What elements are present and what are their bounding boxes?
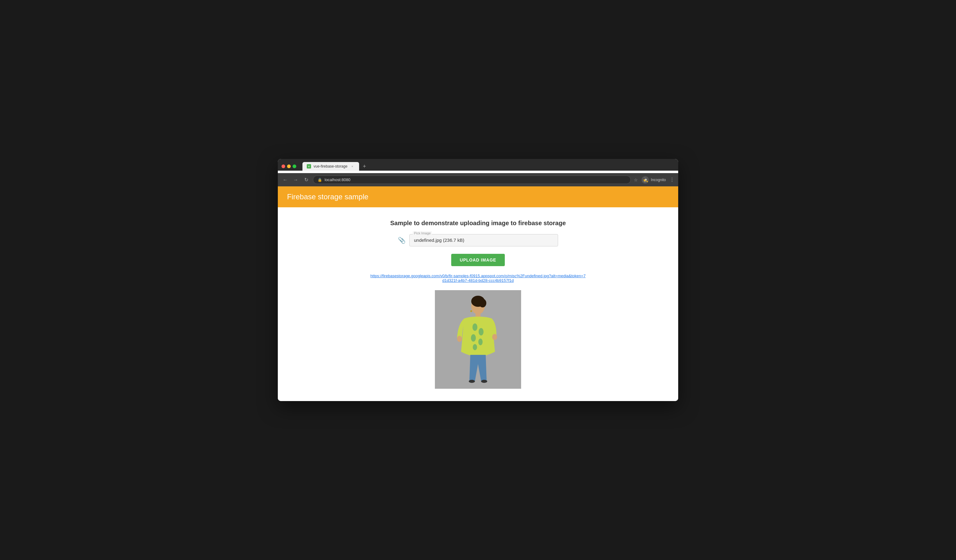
upload-button[interactable]: UPLOAD IMAGE (451, 254, 505, 266)
browser-chrome: V vue-firebase-storage × + (278, 159, 678, 171)
secure-icon: 🔒 (318, 178, 322, 182)
browser-toolbar: ← → ↻ 🔒 localhost:8080 ☆ 🕵 Incognito ⋮ (278, 173, 678, 186)
address-bar[interactable]: 🔒 localhost:8080 (313, 176, 631, 184)
tab-bar: V vue-firebase-storage × + (302, 162, 368, 171)
svg-point-6 (479, 328, 484, 335)
svg-point-11 (492, 334, 497, 340)
file-input-value: undefined.jpg (236.7 kB) (414, 238, 464, 243)
url-text: localhost:8080 (325, 178, 351, 182)
incognito-avatar: 🕵 (642, 176, 649, 184)
incognito-label: Incognito (651, 178, 666, 182)
browser-window: V vue-firebase-storage × + ← → ↻ 🔒 local… (278, 159, 678, 401)
file-input-wrapper[interactable]: Pick Image undefined.jpg (236.7 kB) (409, 234, 558, 247)
svg-point-13 (481, 380, 487, 383)
toolbar-right: ☆ 🕵 Incognito ⋮ (634, 176, 675, 184)
page-content: Firebase storage sample Sample to demons… (278, 186, 678, 401)
forward-button[interactable]: → (292, 176, 299, 184)
svg-point-8 (478, 338, 483, 345)
tab-favicon: V (307, 164, 311, 168)
svg-point-10 (457, 336, 462, 342)
image-preview (435, 290, 521, 389)
paperclip-icon: 📎 (398, 237, 406, 244)
preview-image (435, 290, 521, 389)
page-title: Sample to demonstrate uploading image to… (390, 220, 566, 227)
app-header: Firebase storage sample (278, 186, 678, 207)
new-tab-button[interactable]: + (361, 164, 368, 169)
close-button[interactable] (281, 165, 285, 168)
svg-point-3 (479, 299, 486, 307)
app-title: Firebase storage sample (287, 192, 669, 201)
maximize-button[interactable] (292, 165, 296, 168)
svg-point-12 (469, 380, 475, 383)
svg-point-7 (471, 334, 476, 341)
upload-section: 📎 Pick Image undefined.jpg (236.7 kB) (398, 234, 558, 247)
browser-menu-icon[interactable]: ⋮ (670, 177, 675, 182)
minimize-button[interactable] (287, 165, 291, 168)
firebase-url-link[interactable]: https://firebasestorage.googleapis.com/v… (370, 274, 586, 283)
active-tab[interactable]: V vue-firebase-storage × (302, 162, 359, 171)
titlebar: V vue-firebase-storage × + (281, 162, 675, 171)
reload-button[interactable]: ↻ (302, 176, 310, 184)
bookmark-icon[interactable]: ☆ (634, 178, 638, 182)
traffic-lights (281, 165, 296, 168)
back-button[interactable]: ← (281, 176, 289, 184)
svg-point-5 (472, 323, 477, 331)
tab-title: vue-firebase-storage (313, 164, 347, 168)
file-input-label: Pick Image (413, 231, 432, 235)
incognito-badge[interactable]: 🕵 Incognito (642, 176, 666, 184)
tab-close-icon[interactable]: × (350, 164, 355, 169)
svg-point-14 (470, 310, 472, 312)
app-body: Sample to demonstrate uploading image to… (278, 207, 678, 401)
svg-point-9 (473, 344, 477, 350)
